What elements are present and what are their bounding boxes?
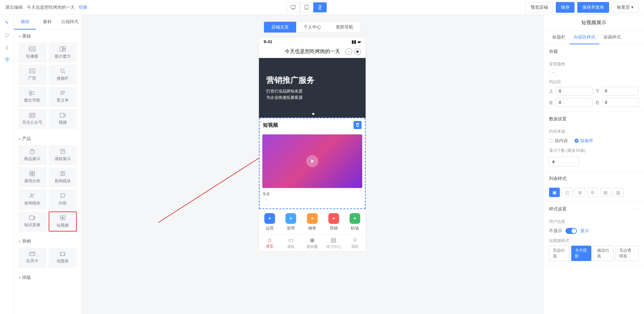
ctab-bottom[interactable]: 底部导航 <box>328 22 361 33</box>
mod-coupon[interactable]: 优惠券 <box>49 248 77 268</box>
pad-top-input[interactable] <box>556 87 593 96</box>
rp-head-appearance[interactable]: 外观⌄ <box>544 45 644 59</box>
shirt-icon[interactable]: 👕 <box>4 57 10 62</box>
mod-follow[interactable]: 关注公众号 <box>18 109 47 129</box>
pad-bottom-input[interactable] <box>602 87 639 96</box>
preview-button[interactable]: 预览店铺 <box>526 2 553 13</box>
exit-edit-button[interactable]: 退出编辑 <box>5 4 23 10</box>
mod-goods[interactable]: 商品展示 <box>18 145 47 165</box>
rp-head-list[interactable]: 列表样式⌄ <box>544 172 644 186</box>
liststyle-6[interactable]: ▥ <box>613 188 624 197</box>
sv-thumbnail[interactable] <box>262 134 362 188</box>
page-icon[interactable]: ▯ <box>6 45 8 50</box>
shortvideo-block[interactable]: 短视频 9-9 <box>259 118 366 209</box>
fmt-chip[interactable]: 描边白底 <box>593 246 613 261</box>
mod-imgcube[interactable]: 图片魔方 <box>49 43 77 63</box>
tabbar-item[interactable]: ◉朋友圈 <box>302 234 323 251</box>
pad-right-input[interactable] <box>602 98 639 107</box>
category-item[interactable]: ✦职场 <box>350 213 360 231</box>
liststyle-4[interactable]: ☰ <box>587 188 598 197</box>
bg-color-swatch[interactable]: × <box>549 69 558 76</box>
user-label: 用户信息 <box>549 219 639 225</box>
tabbar-label: 朋友圈 <box>307 244 318 249</box>
delete-icon[interactable] <box>354 121 362 129</box>
liststyle-5[interactable]: ▤ <box>600 188 611 197</box>
mod-membercard[interactable]: 会员卡 <box>18 248 47 268</box>
tabbar-item[interactable]: ▤学习中心 <box>323 234 344 251</box>
mod-teacher[interactable]: 老师模块 <box>18 189 47 209</box>
miniapp-icon[interactable] <box>313 2 327 12</box>
radio-by-content[interactable]: 按内容 <box>549 138 568 144</box>
rp-head-style[interactable]: 样式设置⌄ <box>544 202 644 216</box>
section-marketing[interactable]: 营销 <box>14 235 81 248</box>
svg-rect-17 <box>30 174 32 176</box>
tabbar-item[interactable]: ☺我的 <box>344 234 366 251</box>
mod-navtext[interactable]: 图文导航 <box>18 87 47 107</box>
brush-icon[interactable]: ✎ <box>5 20 9 25</box>
liststyle-2[interactable]: ◫ <box>562 188 573 197</box>
mod-richtext[interactable]: 富文本 <box>49 87 77 107</box>
tablet-icon[interactable] <box>300 2 313 12</box>
svg-rect-14 <box>61 149 65 153</box>
tabbar-item[interactable]: ⌂首页 <box>259 234 280 251</box>
pad-left-input[interactable] <box>556 98 593 107</box>
mod-carousel[interactable]: 轮播图 <box>18 43 47 63</box>
restore-button[interactable]: 恢复至 ▾ <box>612 2 639 13</box>
list-style-opts: ▣ ◫ ⊞ ☰ ▤ ▥ <box>549 188 639 197</box>
category-item[interactable]: ✦管理 <box>285 213 296 231</box>
rtab-content[interactable]: 内容区样式 <box>570 31 599 44</box>
mod-course[interactable]: 课程展示 <box>49 145 77 165</box>
rp-head-data[interactable]: 数据设置⌄ <box>544 112 644 126</box>
liststyle-1[interactable]: ▣ <box>549 188 560 197</box>
liststyle-3[interactable]: ⊞ <box>575 188 585 197</box>
canvas: 店铺主页 个人中心 底部导航 9:41 ▮▮ ▰ 今天也是想吃烤肉的一天 ···… <box>81 15 543 314</box>
fmt-chip[interactable]: 无边透明底 <box>615 246 639 261</box>
play-icon[interactable] <box>306 155 318 167</box>
ctab-mine[interactable]: 个人中心 <box>296 22 328 33</box>
rp-sec-appearance: 外观⌄ 背景颜色 × 内边距 上 下 左 右 <box>544 45 644 112</box>
mod-search[interactable]: 搜索栏 <box>49 65 77 85</box>
desktop-icon[interactable] <box>286 2 300 12</box>
left-tabs: 模块 素材 云端样式 <box>14 15 81 30</box>
category-item[interactable]: ✦销售 <box>307 213 318 231</box>
chevron-down-icon: ⌄ <box>636 176 639 182</box>
ctab-home[interactable]: 店铺主页 <box>264 22 296 33</box>
mod-qa[interactable]: 问答 <box>49 189 77 209</box>
save-button[interactable]: 保存 <box>556 2 575 13</box>
tab-assets[interactable]: 素材 <box>36 15 58 29</box>
section-product[interactable]: 产品 <box>14 132 81 145</box>
phone-signal-icon: ▮▮ ▰ <box>352 39 361 44</box>
category-item[interactable]: ✦营销 <box>328 213 339 231</box>
pad-right-label: 右 <box>595 100 599 106</box>
target-icon[interactable]: ◉ <box>354 48 361 55</box>
section-layout[interactable]: 排版 <box>14 271 81 284</box>
tab-cloud[interactable]: 云端样式 <box>59 15 81 29</box>
fmt-chip[interactable]: 卡片投影 <box>571 246 591 261</box>
radio-by-cond[interactable]: 按条件 <box>575 138 593 144</box>
banner[interactable]: 营销推广服务 打造行业品牌知名度 为企业快速拓展客源 <box>259 58 366 118</box>
sv-caption: 9-9 <box>262 188 362 198</box>
svg-rect-7 <box>30 69 35 73</box>
tabbar-label: 学习中心 <box>326 244 341 249</box>
publish-button[interactable]: 保存并发布 <box>577 2 609 13</box>
mod-shortvideo[interactable]: 短视频 <box>49 211 77 232</box>
more-icon[interactable]: ··· <box>345 48 352 55</box>
tabbar-item[interactable]: ▭课程 <box>280 234 302 251</box>
mod-video[interactable]: 视频 <box>49 109 77 129</box>
rtab-container[interactable]: 容器样式 <box>599 31 625 44</box>
switch-link[interactable]: 切换 <box>79 4 88 10</box>
mod-live[interactable]: 知识直播 <box>18 211 47 232</box>
topbar: 退出编辑 今天也是想吃烤肉的一天 切换 预览店铺 保存 保存并发布 恢复至 ▾ <box>0 0 644 15</box>
mod-category[interactable]: 通用分类 <box>18 167 47 187</box>
mod-news[interactable]: 新闻模块 <box>49 167 77 187</box>
count-input[interactable] <box>549 157 579 167</box>
fmt-chip[interactable]: 无边白底 <box>549 246 569 261</box>
section-basic[interactable]: 基础 <box>14 30 81 43</box>
user-toggle[interactable] <box>566 228 577 234</box>
hex-icon[interactable]: ⬡ <box>5 33 9 38</box>
rtab-titlebar[interactable]: 标题栏 <box>548 31 570 44</box>
category-item[interactable]: ✦运营 <box>264 213 275 231</box>
padding-label: 内边距 <box>549 79 639 85</box>
mod-ad[interactable]: 广告 <box>18 65 47 85</box>
tab-modules[interactable]: 模块 <box>14 15 36 29</box>
